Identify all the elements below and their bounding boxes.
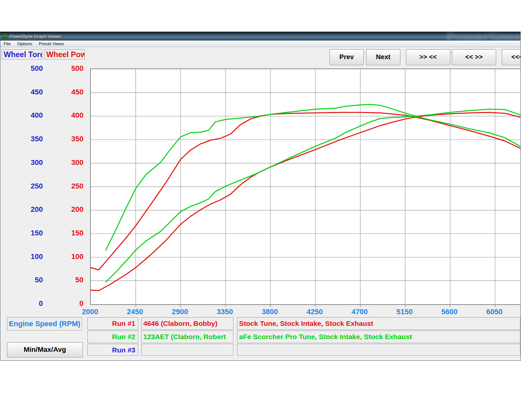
torque-tick-label: 300 (0, 158, 43, 167)
power-tick-label: 0 (41, 299, 83, 308)
dyno-chart-plot-area (90, 68, 521, 305)
rpm-tick-label: 2000 (74, 308, 106, 316)
torque-tick-label: 500 (0, 64, 43, 73)
torque-tick-label: 400 (0, 111, 43, 120)
torque-tick-label: 100 (0, 252, 43, 261)
power-tick-label: 450 (41, 87, 83, 97)
run1-description-field[interactable]: Stock Tune, Stock Intake, Stock Exhaust (237, 317, 520, 330)
rpm-tick-label: 3350 (209, 308, 241, 316)
rpm-tick-label: 2900 (164, 308, 196, 316)
screenshot-stage: PowerDyne Graph Viewer PowerSpeed File O… (0, 0, 532, 399)
next-button[interactable]: Next (366, 49, 400, 65)
curve-run-2-wheel-torque (106, 104, 520, 250)
menu-file[interactable]: File (0, 41, 14, 46)
run3-name-field[interactable] (141, 344, 233, 356)
rpm-tick-label: 3800 (254, 308, 286, 316)
pan-button-clipped[interactable]: <<< (502, 49, 521, 65)
power-tick-label: 200 (41, 205, 83, 214)
prev-button[interactable]: Prev (330, 49, 364, 65)
dyno-chart-svg (91, 69, 521, 304)
curve-run-2-wheel-power (106, 109, 520, 282)
torque-tick-label: 350 (0, 134, 43, 144)
rpm-tick-label: 4700 (344, 308, 376, 316)
engine-speed-axis-button[interactable]: Engine Speed (RPM) (7, 317, 82, 331)
power-tick-label: 300 (41, 158, 83, 167)
rpm-tick-label: 5600 (434, 308, 466, 316)
app-icon (2, 34, 8, 39)
zoom-in-button[interactable]: >> << (406, 49, 450, 65)
left-axis-selector-wheel-torque[interactable]: Wheel Torq (2, 49, 42, 60)
run2-label[interactable]: Run #2 (87, 331, 138, 343)
run1-name-field[interactable]: 4646 (Claborn, Bobby) (141, 317, 233, 330)
curve-run-1-wheel-power (91, 112, 520, 291)
torque-tick-label: 250 (0, 182, 43, 191)
power-tick-label: 250 (41, 182, 83, 191)
rpm-tick-label: 4250 (299, 308, 331, 316)
torque-tick-label: 450 (0, 87, 43, 97)
torque-tick-label: 0 (0, 299, 43, 308)
title-bar: PowerDyne Graph Viewer PowerSpeed (0, 32, 520, 41)
menu-options[interactable]: Options (14, 41, 36, 46)
run1-label[interactable]: Run #1 (87, 317, 138, 330)
run3-description-field[interactable] (237, 344, 520, 356)
torque-tick-label: 200 (0, 205, 43, 214)
window-title: PowerDyne Graph Viewer (10, 34, 61, 39)
menu-preset-views[interactable]: Preset Views (36, 41, 67, 46)
rpm-tick-label: 5150 (389, 308, 421, 316)
power-tick-label: 150 (41, 228, 83, 238)
power-tick-label: 400 (41, 111, 83, 120)
curve-run-1-wheel-torque (91, 112, 520, 270)
menu-bar: File Options Preset Views (0, 41, 520, 47)
watermark-text: PowerSpeed (447, 32, 520, 41)
rpm-tick-label: 2450 (119, 308, 151, 316)
run3-label[interactable]: Run #3 (87, 344, 138, 356)
torque-tick-label: 50 (0, 275, 43, 285)
right-axis-selector-wheel-power[interactable]: Wheel Pow (44, 49, 85, 60)
power-tick-label: 500 (41, 64, 83, 73)
power-tick-label: 50 (41, 275, 83, 285)
rpm-tick-label: 6050 (478, 308, 510, 316)
zoom-out-button[interactable]: << >> (452, 49, 496, 65)
power-tick-label: 100 (41, 252, 83, 261)
run2-description-field[interactable]: aFe Scorcher Pro Tune, Stock Intake, Sto… (237, 331, 520, 343)
power-tick-label: 350 (41, 134, 83, 144)
min-max-avg-button[interactable]: Min/Max/Avg (7, 342, 83, 357)
torque-tick-label: 150 (0, 228, 43, 238)
run2-name-field[interactable]: 123AET (Claborn, Robert (141, 331, 233, 343)
app-window: PowerDyne Graph Viewer PowerSpeed File O… (0, 32, 521, 361)
